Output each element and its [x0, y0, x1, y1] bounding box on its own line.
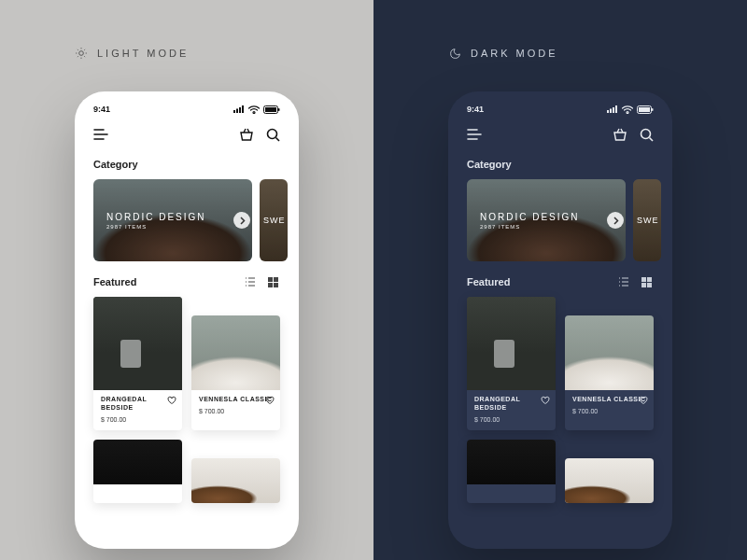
svg-rect-22 [647, 277, 652, 282]
product-grid: DRANGEDAL BEDSIDE $ 700.00 VENNESLA CLAS… [75, 297, 299, 503]
featured-heading: Featured [93, 276, 136, 287]
product-price: $ 700.00 [474, 416, 548, 423]
category-title: NORDIC DESIGN [106, 212, 239, 222]
product-grid: DRANGEDAL BEDSIDE $ 700.00 VENNESLA CLAS… [448, 297, 672, 503]
product-image [191, 315, 280, 390]
signal-icon [233, 105, 245, 113]
svg-rect-14 [610, 109, 612, 114]
product-name: DRANGEDAL BEDSIDE [101, 396, 175, 413]
dark-mode-header: DARK MODE [448, 47, 691, 60]
featured-heading: Featured [467, 276, 510, 287]
product-name: VENNESLA CLASSIC [199, 396, 273, 404]
product-image [191, 458, 280, 503]
light-mode-header: LIGHT MODE [75, 47, 317, 60]
search-icon[interactable] [265, 127, 280, 142]
battery-icon [637, 105, 654, 114]
product-card[interactable] [93, 440, 182, 503]
category-subtitle: 2987 ITEMS [480, 224, 613, 230]
top-nav [75, 121, 299, 155]
product-image [467, 440, 556, 484]
wifi-icon [622, 105, 633, 114]
product-card[interactable]: DRANGEDAL BEDSIDE $ 700.00 [467, 297, 556, 430]
search-icon[interactable] [639, 127, 654, 142]
dark-mode-label: DARK MODE [471, 48, 558, 59]
basket-icon[interactable] [613, 127, 627, 142]
svg-rect-3 [239, 107, 241, 113]
status-indicators [607, 105, 654, 114]
status-time: 9:41 [467, 105, 484, 114]
category-title: SWE [263, 216, 286, 225]
svg-rect-12 [274, 283, 278, 287]
svg-rect-2 [236, 109, 238, 114]
svg-rect-7 [278, 108, 280, 111]
heart-icon[interactable] [541, 396, 550, 405]
svg-rect-21 [641, 277, 646, 282]
top-nav [448, 121, 672, 155]
product-card[interactable]: VENNESLA CLASSIC $ 700.00 [565, 315, 654, 430]
product-card[interactable] [467, 440, 556, 503]
light-mode-panel: LIGHT MODE 9:41 [0, 0, 374, 560]
signal-icon [607, 105, 618, 113]
svg-rect-6 [265, 107, 276, 112]
heart-icon[interactable] [167, 396, 176, 405]
product-card[interactable] [191, 458, 280, 503]
category-subtitle: 2987 ITEMS [106, 224, 239, 230]
category-heading: Category [448, 155, 672, 179]
svg-rect-4 [242, 105, 244, 113]
svg-rect-23 [641, 283, 646, 287]
chevron-right-icon[interactable] [607, 212, 624, 229]
featured-header: Featured [75, 261, 299, 297]
category-card-nordic[interactable]: NORDIC DESIGN 2987 ITEMS [467, 179, 626, 261]
svg-rect-24 [647, 283, 652, 287]
list-view-icon[interactable] [243, 274, 258, 289]
product-image [93, 297, 182, 390]
battery-icon [263, 105, 280, 114]
category-card-nordic[interactable]: NORDIC DESIGN 2987 ITEMS [93, 179, 252, 261]
svg-point-8 [267, 129, 276, 138]
phone-frame-light: 9:41 Category [75, 91, 299, 549]
featured-header: Featured [448, 261, 672, 297]
menu-icon[interactable] [467, 127, 482, 142]
product-card[interactable]: DRANGEDAL BEDSIDE $ 700.00 [93, 297, 182, 430]
svg-rect-10 [274, 277, 278, 282]
status-indicators [233, 105, 280, 114]
status-bar: 9:41 [75, 91, 299, 121]
category-card-peek[interactable]: SWE [260, 179, 288, 261]
list-view-icon[interactable] [616, 274, 631, 289]
dark-mode-panel: DARK MODE 9:41 Category [374, 0, 747, 560]
product-name: VENNESLA CLASSIC [572, 396, 646, 404]
svg-point-0 [79, 51, 84, 56]
grid-view-icon[interactable] [639, 274, 654, 289]
svg-rect-11 [268, 283, 273, 287]
category-carousel[interactable]: NORDIC DESIGN 2987 ITEMS SWE [448, 179, 672, 261]
product-card[interactable]: VENNESLA CLASSIC $ 700.00 [191, 315, 280, 430]
product-card[interactable] [565, 458, 654, 503]
category-title: SWE [637, 216, 659, 225]
status-bar: 9:41 [448, 91, 672, 121]
product-name: DRANGEDAL BEDSIDE [474, 396, 548, 413]
grid-view-icon[interactable] [265, 274, 280, 289]
svg-rect-9 [268, 277, 273, 282]
heart-icon[interactable] [639, 396, 648, 405]
svg-point-20 [641, 129, 650, 138]
heart-icon[interactable] [265, 396, 275, 405]
product-image [93, 440, 182, 484]
svg-rect-13 [607, 110, 609, 113]
menu-icon[interactable] [93, 127, 108, 142]
wifi-icon [248, 105, 260, 114]
category-card-peek[interactable]: SWE [633, 179, 661, 261]
sun-icon [75, 47, 88, 60]
svg-rect-1 [233, 110, 235, 113]
moon-icon [448, 47, 461, 60]
product-image [467, 297, 556, 390]
status-time: 9:41 [93, 105, 110, 114]
phone-frame-dark: 9:41 Category [448, 91, 672, 549]
category-heading: Category [75, 155, 299, 179]
basket-icon[interactable] [239, 127, 254, 142]
category-carousel[interactable]: NORDIC DESIGN 2987 ITEMS SWE [75, 179, 299, 261]
svg-rect-16 [615, 105, 617, 113]
product-image [565, 315, 654, 390]
chevron-right-icon[interactable] [233, 212, 250, 229]
light-mode-label: LIGHT MODE [97, 48, 189, 59]
category-title: NORDIC DESIGN [480, 212, 613, 222]
